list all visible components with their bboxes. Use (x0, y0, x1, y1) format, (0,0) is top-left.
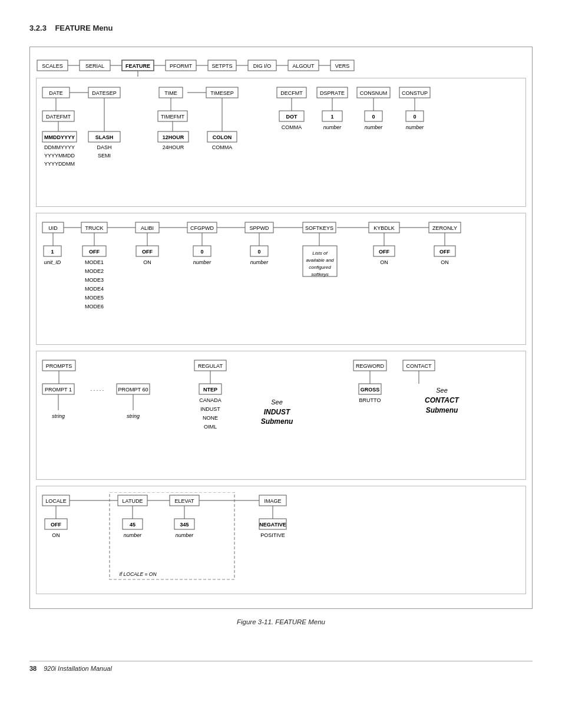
svg-text:DATESEP: DATESEP (92, 90, 116, 96)
section-uid-truck: UID 1 unit_ID TRUCK OFF MODE1 MODE2 MODE… (36, 213, 526, 345)
svg-text:FEATURE: FEATURE (125, 63, 150, 69)
svg-text:TRUCK: TRUCK (85, 225, 104, 231)
svg-text:345: 345 (180, 522, 189, 528)
svg-text:0: 0 (413, 114, 416, 120)
svg-text:YYYYDDMM: YYYYDDMM (44, 161, 75, 167)
svg-text:CFGPWD: CFGPWD (190, 225, 214, 231)
section2-svg: UID 1 unit_ID TRUCK OFF MODE1 MODE2 MODE… (41, 219, 536, 337)
svg-text:REGWORD: REGWORD (356, 363, 384, 369)
svg-text:TIMESEP: TIMESEP (210, 90, 234, 96)
figure-caption: Figure 3-11. FEATURE Menu (29, 618, 533, 625)
svg-text:COLON: COLON (213, 134, 232, 140)
section-title: FEATURE Menu (55, 24, 113, 32)
svg-text:CONTACT: CONTACT (406, 363, 432, 369)
svg-text:MODE5: MODE5 (85, 295, 104, 301)
section1-svg: DATE DATEFMT MMDDYYYY DDMMYYYY YYYYMMDD … (41, 84, 536, 199)
svg-text:MMDDYYYY: MMDDYYYY (44, 134, 75, 140)
svg-text:number: number (406, 124, 425, 130)
svg-text:unit_ID: unit_ID (44, 259, 61, 265)
svg-text:ALGOUT: ALGOUT (292, 63, 315, 69)
svg-text:See: See (436, 387, 448, 394)
svg-text:BRUTTO: BRUTTO (359, 397, 381, 403)
svg-text:MODE3: MODE3 (85, 277, 104, 283)
svg-text:PROMPT 1: PROMPT 1 (45, 387, 72, 393)
svg-text:NTEP: NTEP (203, 387, 217, 393)
svg-text:KYBDLK: KYBDLK (373, 225, 395, 231)
svg-text:SERIAL: SERIAL (85, 63, 104, 69)
svg-text:POSITIVE: POSITIVE (260, 532, 285, 538)
svg-text:NEGATIVE: NEGATIVE (259, 522, 286, 528)
svg-text:CONTACT: CONTACT (425, 396, 459, 404)
svg-text:DATEFMT: DATEFMT (46, 114, 71, 120)
svg-text:12HOUR: 12HOUR (163, 134, 184, 140)
section-date-time: DATE DATEFMT MMDDYYYY DDMMYYYY YYYYMMDD … (36, 78, 526, 207)
svg-text:ON: ON (441, 259, 449, 265)
svg-text:PROMPT 60: PROMPT 60 (118, 387, 148, 393)
svg-text:number: number (176, 532, 194, 538)
svg-text:SETPTS: SETPTS (211, 63, 232, 69)
svg-text:number: number (124, 532, 143, 538)
footer-page: 38 (29, 665, 37, 672)
svg-text:CONSTUP: CONSTUP (402, 90, 428, 96)
svg-text:SEMI: SEMI (98, 153, 111, 159)
top-nav-svg: SCALES SERIAL FEATURE PFORMT SETPTS DIG … (36, 55, 543, 77)
svg-text:DIG I/O: DIG I/O (253, 63, 272, 69)
section3-svg: PROMPTS PROMPT 1 string . . . . . PROMPT… (41, 357, 536, 472)
svg-text:ON: ON (52, 532, 60, 538)
svg-text:string: string (127, 413, 140, 419)
svg-text:Submenu: Submenu (261, 417, 293, 426)
svg-text:CONSNUM: CONSNUM (360, 90, 388, 96)
svg-text:OFF: OFF (51, 522, 61, 528)
svg-text:ALIBI: ALIBI (141, 225, 154, 231)
svg-text:INDUST: INDUST (200, 406, 220, 412)
svg-text:ELEVAT: ELEVAT (174, 498, 194, 504)
svg-text:TIME: TIME (164, 90, 177, 96)
footer-title: 920i Installation Manual (44, 665, 112, 672)
svg-text:ZERONLY: ZERONLY (432, 225, 457, 231)
svg-text:OIML: OIML (204, 424, 217, 430)
svg-text:ON: ON (143, 259, 151, 265)
svg-text:OFF: OFF (142, 249, 153, 255)
svg-text:Lists of: Lists of (312, 251, 328, 256)
svg-text:MODE4: MODE4 (85, 286, 104, 292)
svg-text:number: number (323, 124, 342, 130)
section-prompts: PROMPTS PROMPT 1 string . . . . . PROMPT… (36, 351, 526, 480)
svg-text:available and: available and (306, 258, 334, 263)
svg-text:LATUDE: LATUDE (123, 498, 143, 504)
section-number: 3.2.3 (29, 24, 47, 32)
svg-text:. . . . .: . . . . . (91, 386, 104, 392)
svg-text:24HOUR: 24HOUR (163, 144, 184, 150)
svg-text:UID: UID (48, 225, 58, 231)
svg-text:DASH: DASH (97, 144, 111, 150)
svg-text:1: 1 (330, 114, 333, 120)
svg-text:COMMA: COMMA (282, 124, 302, 130)
svg-text:MODE2: MODE2 (85, 268, 104, 274)
svg-text:configured: configured (309, 265, 331, 270)
svg-text:ON: ON (380, 259, 388, 265)
svg-text:LOCALE: LOCALE (45, 498, 67, 504)
svg-text:DATE: DATE (49, 90, 62, 96)
svg-text:MODE6: MODE6 (85, 304, 104, 309)
figure-caption-text: Figure 3-11. FEATURE Menu (237, 618, 325, 625)
svg-text:number: number (365, 124, 384, 130)
svg-text:NONE: NONE (203, 415, 218, 421)
svg-text:CANADA: CANADA (199, 397, 222, 403)
svg-text:DECFMT: DECFMT (280, 90, 303, 96)
svg-text:45: 45 (130, 522, 135, 528)
section-heading: 3.2.3 FEATURE Menu (29, 24, 533, 32)
svg-text:0: 0 (200, 249, 203, 255)
svg-text:MODE1: MODE1 (85, 259, 104, 265)
svg-text:VERS: VERS (335, 63, 350, 69)
page: 3.2.3 FEATURE Menu SCALES SERIAL FEATURE… (0, 0, 562, 690)
diagram-container: SCALES SERIAL FEATURE PFORMT SETPTS DIG … (29, 47, 533, 609)
svg-text:COMMA: COMMA (212, 144, 233, 150)
svg-text:softkeys: softkeys (311, 272, 328, 277)
footer: 38 920i Installation Manual (29, 661, 533, 672)
svg-text:Submenu: Submenu (426, 406, 458, 414)
section-locale: LOCALE OFF ON If LOCALE = ON LATUDE 45 n… (36, 486, 526, 594)
svg-text:OFF: OFF (89, 249, 100, 255)
svg-text:SPPWD: SPPWD (249, 225, 269, 231)
svg-text:DSPRATE: DSPRATE (320, 90, 345, 96)
svg-text:If LOCALE = ON: If LOCALE = ON (119, 571, 157, 577)
svg-text:PFORMT: PFORMT (170, 63, 192, 69)
